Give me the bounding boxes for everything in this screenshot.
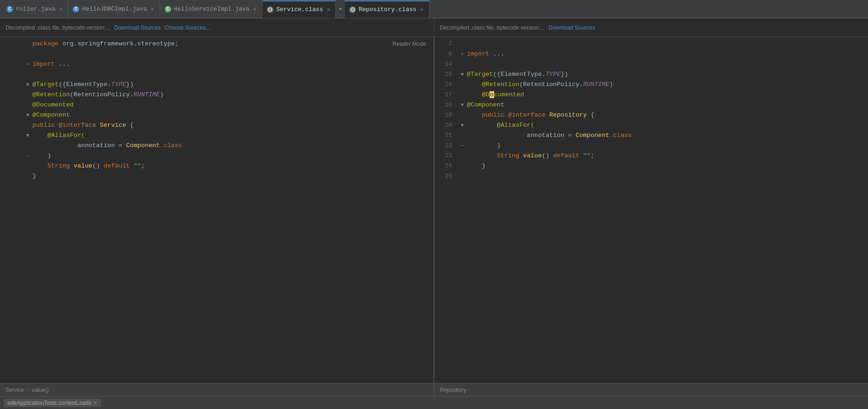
code-line xyxy=(0,49,434,59)
bottom-tab-tests[interactable]: edeApplicationTests.contextLoads ✕ xyxy=(4,399,101,407)
close-service[interactable]: ✕ xyxy=(326,6,331,12)
decompiled-info-right: Decompiled .class file, bytecode version… xyxy=(440,25,545,31)
code-line: 25 xyxy=(434,171,868,181)
code-line: 8 + import ... xyxy=(434,49,868,59)
choose-sources-left[interactable]: Choose Sources... xyxy=(165,25,211,31)
status-bar: Service › value() Repository xyxy=(0,383,868,396)
tab-bar: C roller.java ✕ C HelloJDBCImpl.java ✕ C… xyxy=(0,0,868,19)
code-line: String value() default ""; xyxy=(0,161,434,171)
code-line: 7 xyxy=(434,39,868,49)
close-bottom-tab[interactable]: ✕ xyxy=(93,400,97,406)
info-bar: Decompiled .class file, bytecode version… xyxy=(0,19,868,37)
reader-mode-badge[interactable]: Reader Mode xyxy=(392,41,426,47)
right-code-content[interactable]: 7 8 + import ... 14 xyxy=(434,37,868,383)
tab-label-repository: Repository.class xyxy=(359,6,416,13)
download-sources-left[interactable]: Download Sources xyxy=(114,25,161,31)
right-code-panel: 7 8 + import ... 14 xyxy=(434,37,868,383)
code-line: } xyxy=(0,171,434,181)
code-line xyxy=(0,69,434,80)
tabs-dropdown-arrow[interactable]: ▾ xyxy=(336,6,345,12)
code-line: 15 ▼ @Target({ElementType.TYPE}) xyxy=(434,69,868,80)
status-right: Repository xyxy=(434,384,868,396)
code-line: package org.springframework.stereotype; xyxy=(0,39,434,49)
close-repository[interactable]: ✕ xyxy=(419,6,424,12)
code-line: 19 public @interface Repository { xyxy=(434,110,868,120)
tab-label-controller: roller.java xyxy=(16,6,56,12)
tab-controller[interactable]: C roller.java ✕ xyxy=(2,0,68,18)
left-code-panel: Reader Mode package org.springframework.… xyxy=(0,37,434,383)
code-line: 14 xyxy=(434,59,868,69)
left-code-content[interactable]: package org.springframework.stereotype; … xyxy=(0,37,434,383)
code-line: 20 ▼ @AliasFor( xyxy=(434,120,868,130)
decompiled-info-left: Decompiled .class file, bytecode version… xyxy=(6,25,111,31)
close-helloservice[interactable]: ✕ xyxy=(252,6,257,12)
code-line: − ) xyxy=(0,151,434,161)
bottom-bar: edeApplicationTests.contextLoads ✕ xyxy=(0,396,868,409)
tab-label-service: Service.class xyxy=(276,6,323,13)
code-line: 18 ▼ @Component xyxy=(434,100,868,110)
code-line: 23 String value() default ""; xyxy=(434,151,868,161)
code-line: annotation = Component.class xyxy=(0,141,434,151)
code-line: ▼ @Target({ElementType.TYPE}) xyxy=(0,80,434,90)
code-line: 24 } xyxy=(434,161,868,171)
method-breadcrumb: value() xyxy=(31,387,49,393)
code-line: 22 − ) xyxy=(434,141,868,151)
code-line: public @interface Service { xyxy=(0,120,434,130)
tab-icon-repository: ⬡ xyxy=(349,6,356,13)
info-bar-left: Decompiled .class file, bytecode version… xyxy=(0,19,434,37)
breadcrumb-separator: › xyxy=(26,386,30,394)
code-line: ▼ @Component xyxy=(0,110,434,120)
tab-icon-service: ⬡ xyxy=(267,6,273,13)
code-line: @Documented xyxy=(0,100,434,110)
close-controller[interactable]: ✕ xyxy=(58,6,63,12)
service-breadcrumb: Service xyxy=(6,387,24,393)
tab-repository-class[interactable]: ⬡ Repository.class ✕ xyxy=(345,0,429,18)
tab-helloservice[interactable]: C HelloServiceImpl.java ✕ xyxy=(160,0,262,18)
tab-icon-controller: C xyxy=(6,6,13,12)
bottom-tab-label: edeApplicationTests.contextLoads xyxy=(7,400,91,406)
tab-label-helloservice: HelloServiceImpl.java xyxy=(174,6,250,12)
tab-icon-helloservice: C xyxy=(165,6,171,12)
code-line: 16 @Retention(RetentionPolicy.RUNTIME) xyxy=(434,80,868,90)
tab-service-class[interactable]: ⬡ Service.class ✕ xyxy=(262,0,336,18)
code-line: + import ... xyxy=(0,59,434,69)
info-bar-right: Decompiled .class file, bytecode version… xyxy=(434,19,868,37)
code-line: @Retention(RetentionPolicy.RUNTIME) xyxy=(0,90,434,100)
download-sources-right[interactable]: Download Sources xyxy=(548,25,595,31)
tab-hellojdbc[interactable]: C HelloJDBCImpl.java ✕ xyxy=(68,0,160,18)
code-line: 17 @Documented xyxy=(434,90,868,100)
repository-status: Repository xyxy=(440,387,466,393)
code-panels: Reader Mode package org.springframework.… xyxy=(0,37,868,383)
tab-icon-hellojdbc: C xyxy=(73,6,79,12)
code-line: 21 annotation = Component.class xyxy=(434,130,868,141)
tab-label-hellojdbc: HelloJDBCImpl.java xyxy=(82,6,147,12)
close-hellojdbc[interactable]: ✕ xyxy=(150,6,155,12)
code-line: ▼ @AliasFor( xyxy=(0,130,434,141)
status-left: Service › value() xyxy=(0,384,434,396)
